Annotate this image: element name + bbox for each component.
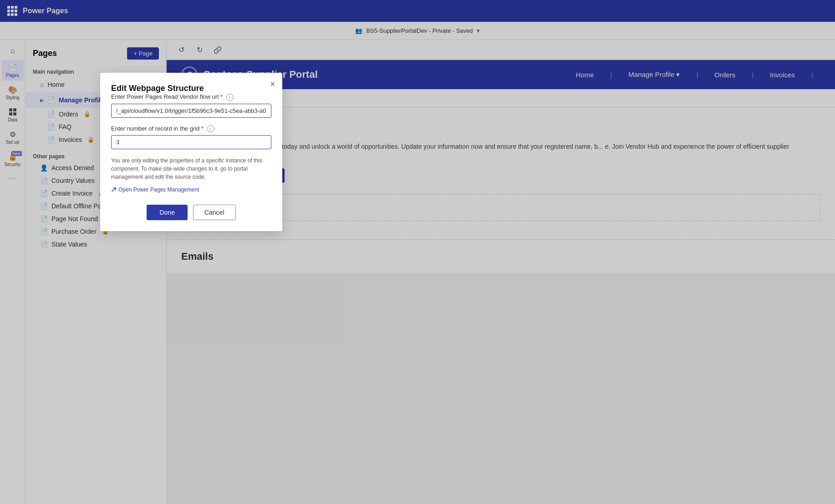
field2-required: * (201, 125, 204, 132)
dialog-hint: You are only editing the properties of a… (111, 156, 271, 181)
field2-input[interactable] (111, 135, 271, 149)
dialog-overlay: Edit Webpage Structure × Enter Power Pag… (0, 0, 835, 504)
edit-webpage-dialog: Edit Webpage Structure × Enter Power Pag… (100, 73, 282, 231)
field2-label: Enter number of record in the grid * i (111, 125, 271, 133)
field1-info-icon[interactable]: i (226, 94, 234, 101)
field1-label-text: Enter Power Pages Read Vendor flow url (111, 93, 219, 100)
field2-info-icon[interactable]: i (207, 125, 214, 132)
field1-input[interactable] (111, 104, 271, 118)
dialog-title: Edit Webpage Structure (111, 84, 204, 93)
field2-label-text: Enter number of record in the grid (111, 125, 199, 132)
field2-group: Enter number of record in the grid * i (111, 125, 271, 150)
field1-required: * (220, 93, 223, 100)
dialog-actions: Done Cancel (111, 205, 271, 220)
dialog-close-button[interactable]: × (270, 80, 275, 88)
done-button[interactable]: Done (147, 205, 187, 220)
management-link-text: Open Power Pages Management (118, 186, 199, 193)
cancel-button[interactable]: Cancel (193, 205, 236, 220)
field1-label: Enter Power Pages Read Vendor flow url *… (111, 93, 271, 101)
open-management-link[interactable]: Open Power Pages Management (111, 186, 199, 193)
field1-group: Enter Power Pages Read Vendor flow url *… (111, 93, 271, 118)
